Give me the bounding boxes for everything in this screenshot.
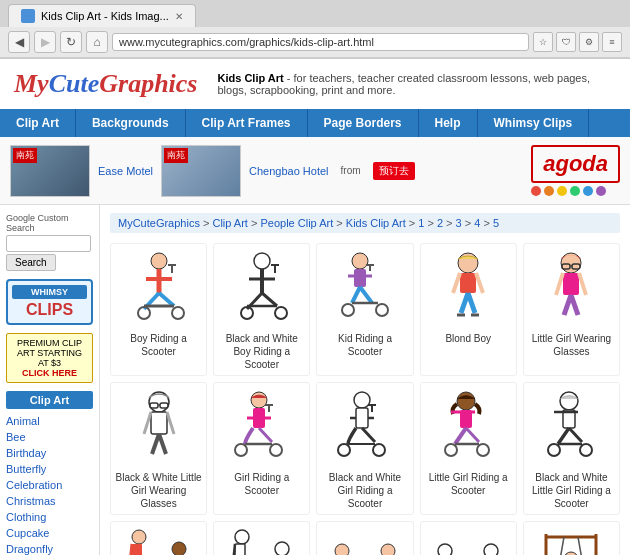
bookmark-star-button[interactable]: ☆ (533, 32, 553, 52)
clip-item-seesaw-bw[interactable]: Black and White Kids on a Seesaw (213, 521, 310, 555)
svg-rect-51 (151, 412, 167, 434)
clip-item-boy-scooter-color[interactable]: Boy Riding a Scooter (110, 243, 207, 376)
dot-3 (557, 186, 567, 196)
clip-item-little-girl-scooter-bw[interactable]: Black and White Little Girl Riding a Sco… (523, 382, 620, 515)
tab-close-button[interactable]: ✕ (175, 11, 183, 22)
clip-item-seesaw[interactable]: Kids on a Seesaw (110, 521, 207, 555)
whimsy-box: WHIMSY CLIPS (6, 279, 93, 325)
svg-point-82 (560, 392, 578, 410)
search-input[interactable] (6, 235, 91, 252)
svg-line-46 (571, 295, 578, 315)
svg-point-29 (376, 304, 388, 316)
sidebar-link-bee[interactable]: Bee (6, 431, 26, 443)
sidebar-item: Dragonfly (6, 541, 93, 555)
nav-page-borders[interactable]: Page Borders (308, 109, 419, 137)
dot-4 (570, 186, 580, 196)
dot-2 (544, 186, 554, 196)
book-button[interactable]: 预订去 (373, 162, 415, 180)
nav-backgrounds[interactable]: Backgrounds (76, 109, 186, 137)
svg-point-0 (151, 253, 167, 269)
clip-item-little-girl-scooter[interactable]: Little Girl Riding a Scooter (420, 382, 517, 515)
svg-seesaw (124, 529, 194, 556)
sidebar-link-clothing[interactable]: Clothing (6, 511, 46, 523)
back-button[interactable]: ◀ (8, 31, 30, 53)
clip-item-kid-scooter[interactable]: Kid Riding a Scooter (316, 243, 413, 376)
nav-clip-art[interactable]: Clip Art (0, 109, 76, 137)
hotel-ad-1[interactable]: 南苑 Ease Motel (10, 145, 153, 197)
forward-button[interactable]: ▶ (34, 31, 56, 53)
breadcrumb-page-4[interactable]: 4 (474, 217, 480, 229)
settings-button[interactable]: ⚙ (579, 32, 599, 52)
svg-point-17 (275, 307, 287, 319)
svg-rect-31 (460, 273, 476, 293)
hotel-1-label: 南苑 (13, 148, 37, 163)
tab-favicon (21, 9, 35, 23)
sidebar-link-animal[interactable]: Animal (6, 415, 40, 427)
svg-line-76 (455, 428, 466, 444)
clip-img-swing (529, 526, 613, 555)
svg-line-23 (360, 287, 372, 303)
breadcrumb-clip-art[interactable]: Clip Art (212, 217, 247, 229)
site-logo[interactable]: MyCuteGraphics (14, 69, 198, 99)
breadcrumb-page-2[interactable]: 2 (437, 217, 443, 229)
premium-text: PREMIUM CLIP ART STARTING AT $3 (17, 338, 82, 368)
clip-item-blond-boy[interactable]: Blond Boy (420, 243, 517, 376)
clip-img-seesaw (117, 526, 201, 555)
nav-clip-art-frames[interactable]: Clip Art Frames (186, 109, 308, 137)
svg-point-62 (270, 444, 282, 456)
clip-item-girl-scooter-bw[interactable]: Black and White Girl Riding a Scooter (316, 382, 413, 515)
svg-point-88 (548, 444, 560, 456)
sidebar-link-dragonfly[interactable]: Dragonfly (6, 543, 53, 555)
sidebar-link-butterfly[interactable]: Butterfly (6, 463, 46, 475)
refresh-button[interactable]: ↻ (60, 31, 82, 53)
svg-line-122 (578, 537, 584, 556)
breadcrumb-page-3[interactable]: 3 (456, 217, 462, 229)
breadcrumb-people[interactable]: People Clip Art (260, 217, 333, 229)
svg-point-10 (254, 253, 270, 269)
sidebar-link-christmas[interactable]: Christmas (6, 495, 56, 507)
clip-item-girl-glasses-bw[interactable]: Black & White Little Girl Wearing Glasse… (110, 382, 207, 515)
svg-girl-scooter-bw (330, 390, 400, 465)
clip-img-boy-scooter-bw (220, 248, 304, 328)
sidebar-link-celebration[interactable]: Celebration (6, 479, 62, 491)
svg-line-44 (579, 273, 586, 295)
svg-point-89 (580, 444, 592, 456)
active-tab[interactable]: Kids Clip Art - Kids Imag... ✕ (8, 4, 196, 27)
address-bar[interactable] (112, 33, 529, 51)
tab-bar: Kids Clip Art - Kids Imag... ✕ (0, 0, 630, 27)
clip-item-boy-scooter-bw[interactable]: Black and White Boy Riding a Scooter (213, 243, 310, 376)
nav-help[interactable]: Help (419, 109, 478, 137)
svg-boy-scooter-color (124, 251, 194, 326)
breadcrumb-page-5[interactable]: 5 (493, 217, 499, 229)
svg-line-4 (159, 293, 174, 306)
sidebar-link-birthday[interactable]: Birthday (6, 447, 46, 459)
breadcrumb-kids[interactable]: Kids Clip Art (346, 217, 406, 229)
clip-item-teeter-bw[interactable]: Black and White Kids on Teeter Totter (420, 521, 517, 555)
clip-item-girl-glasses[interactable]: Little Girl Wearing Glasses (523, 243, 620, 376)
clip-img-boy-scooter-color (117, 248, 201, 328)
sidebar-link-cupcake[interactable]: Cupcake (6, 527, 49, 539)
svg-point-74 (457, 392, 475, 410)
svg-line-59 (259, 428, 272, 442)
clip-item-girl-scooter[interactable]: Girl Riding a Scooter (213, 382, 310, 515)
svg-line-104 (232, 544, 235, 556)
hotel-ad-2[interactable]: 南苑 Chengbao Hotel (161, 145, 329, 197)
clip-item-swing[interactable]: Kids on a Swing (523, 521, 620, 555)
clip-img-girl-glasses-bw (117, 387, 201, 467)
breadcrumb-home[interactable]: MyCuteGraphics (118, 217, 200, 229)
home-button[interactable]: ⌂ (86, 31, 108, 53)
svg-line-32 (453, 273, 460, 293)
menu-button[interactable]: ≡ (602, 32, 622, 52)
search-button[interactable]: Search (6, 254, 56, 271)
clip-label-little-girl-scooter: Little Girl Riding a Scooter (425, 471, 512, 497)
premium-link[interactable]: CLICK HERE (22, 368, 77, 378)
breadcrumb-page-1[interactable]: 1 (418, 217, 424, 229)
svg-point-106 (335, 544, 349, 556)
svg-seesaw-bw (227, 529, 297, 556)
nav-whimsy-clips[interactable]: Whimsy Clips (478, 109, 590, 137)
clip-item-teeter[interactable]: Kids on a Teeter Totter (316, 521, 413, 555)
agoda-ad[interactable]: agoda (531, 145, 620, 196)
hotel-1-name: Ease Motel (98, 165, 153, 177)
svg-line-77 (466, 428, 479, 442)
clip-label-girl-scooter: Girl Riding a Scooter (218, 471, 305, 497)
